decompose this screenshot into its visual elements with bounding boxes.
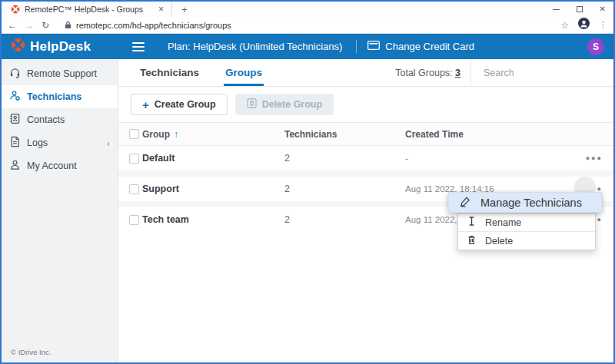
sidebar-item-technicians[interactable]: Technicians [2, 85, 118, 108]
row-gap [118, 170, 613, 177]
group-name: Default [142, 153, 284, 164]
tab-label: Groups [225, 67, 262, 78]
column-group[interactable]: Group↑ [142, 129, 284, 140]
browser-toolbar: ← → ↻ remotepc.com/hd-app/technicians/gr… [2, 17, 613, 34]
text-cursor-icon [467, 216, 477, 229]
sidebar-item-remote-support[interactable]: Remote Support [2, 62, 118, 85]
pen-icon [459, 195, 472, 210]
credit-card-icon [367, 41, 380, 52]
sidebar-item-my-account[interactable]: My Account [2, 154, 118, 177]
window-controls: ✕ [553, 2, 610, 17]
tab-technicians[interactable]: Technicians [140, 59, 199, 86]
browser-tab[interactable]: RemotePC™ HelpDesk - Groups × [2, 2, 172, 17]
url-text: remotepc.com/hd-app/technicians/groups [76, 21, 231, 30]
contacts-icon [9, 113, 21, 127]
window-restore-button[interactable] [577, 6, 583, 12]
search-box [471, 66, 613, 80]
new-tab-button[interactable]: + [181, 5, 188, 15]
table-row[interactable]: Default 2 - ●●● [118, 146, 613, 170]
total-groups: Total Groups: 3 [395, 68, 470, 78]
remotepc-favicon-icon [11, 5, 20, 14]
profile-avatar[interactable] [578, 18, 590, 32]
sort-ascending-icon: ↑ [174, 129, 178, 140]
context-menu: Rename Delete [457, 213, 596, 250]
row-checkbox[interactable] [129, 184, 139, 194]
header-divider [356, 40, 357, 54]
forward-icon[interactable]: → [25, 21, 34, 30]
row-menu-icon[interactable]: ●●● [566, 154, 603, 162]
create-group-label: Create Group [155, 99, 216, 110]
lock-icon [65, 18, 71, 32]
create-group-button[interactable]: + Create Group [131, 94, 228, 115]
select-all-checkbox[interactable] [129, 129, 139, 139]
helpdesk-logo: HelpDesk [11, 38, 120, 55]
reload-icon[interactable]: ↻ [42, 21, 49, 30]
sidebar-item-logs[interactable]: Logs › [2, 131, 118, 154]
tab-groups[interactable]: Groups [225, 59, 262, 86]
technicians-count: 2 [284, 214, 405, 225]
column-technicians[interactable]: Technicians [284, 129, 405, 140]
menu-item-label: Delete [485, 236, 513, 247]
browser-window: RemotePC™ HelpDesk - Groups × + ✕ ← → ↻ … [0, 0, 615, 364]
table-header: Group↑ Technicians Created Time [118, 122, 613, 146]
trash-icon [467, 234, 477, 247]
window-minimize-button[interactable] [553, 9, 560, 10]
app-body: Remote Support Technicians Contacts Logs [2, 59, 613, 362]
bookmark-star-icon[interactable]: ☆ [560, 20, 569, 31]
sidebar-item-label: Logs [27, 137, 48, 148]
created-time: - [405, 154, 566, 163]
technicians-count: 2 [284, 184, 405, 194]
menu-item-label: Manage Technicians [480, 197, 582, 209]
row-checkbox[interactable] [129, 154, 139, 164]
delete-group-icon [247, 98, 257, 111]
change-credit-card-button[interactable]: Change Credit Card [367, 41, 474, 52]
toolbar-right: ☆ ⋮ [560, 18, 607, 32]
delete-group-label: Delete Group [262, 99, 323, 110]
technicians-icon [9, 90, 21, 104]
actions-row: + Create Group Delete Group [118, 87, 613, 122]
tab-title: RemotePC™ HelpDesk - Groups [25, 5, 152, 14]
sidebar-item-contacts[interactable]: Contacts [2, 108, 118, 131]
app-header: HelpDesk Plan: HelpDesk (Unlimited Techn… [2, 34, 613, 59]
delete-group-button[interactable]: Delete Group [235, 94, 334, 115]
tab-close-icon[interactable]: × [157, 5, 165, 14]
group-name: Support [142, 184, 284, 194]
tabs-right: Total Groups: 3 [395, 59, 613, 86]
group-name: Tech team [142, 214, 284, 225]
search-input[interactable] [484, 68, 607, 78]
headset-icon [9, 67, 21, 81]
context-menu-item-manage-technicians[interactable]: Manage Technicians [448, 192, 602, 213]
sidebar: Remote Support Technicians Contacts Logs [2, 59, 118, 362]
row-checkbox[interactable] [129, 215, 139, 225]
sidebar-item-label: Technicians [27, 91, 81, 102]
copyright-text: © IDrive Inc. [11, 348, 51, 356]
sidebar-item-label: Remote Support [27, 68, 97, 79]
account-icon [9, 159, 21, 173]
plus-icon: + [142, 99, 149, 111]
context-menu-item-delete[interactable]: Delete [458, 232, 595, 250]
tab-strip: RemotePC™ HelpDesk - Groups × + ✕ [2, 2, 613, 17]
column-created-time[interactable]: Created Time [405, 129, 566, 140]
technicians-count: 2 [284, 153, 405, 164]
change-credit-card-label: Change Credit Card [385, 41, 474, 52]
back-icon[interactable]: ← [8, 21, 17, 30]
user-avatar[interactable]: S [587, 38, 604, 55]
hamburger-menu-icon[interactable] [132, 42, 145, 51]
chrome-menu-icon[interactable]: ⋮ [599, 20, 607, 30]
plan-label: Plan: HelpDesk (Unlimited Technicians) [168, 41, 342, 52]
menu-item-label: Rename [485, 217, 521, 228]
main-content: Technicians Groups Total Groups: 3 + [118, 59, 613, 362]
chevron-right-icon: › [107, 137, 110, 149]
total-groups-label: Total Groups: [395, 68, 452, 78]
sidebar-item-label: Contacts [27, 114, 65, 125]
tab-label: Technicians [140, 67, 199, 78]
logs-icon [9, 136, 21, 150]
sidebar-item-label: My Account [27, 160, 77, 171]
address-bar[interactable]: remotepc.com/hd-app/technicians/groups [57, 18, 553, 32]
context-menu-item-rename[interactable]: Rename [458, 213, 595, 231]
column-group-label: Group [142, 129, 170, 140]
brand-name: HelpDesk [30, 39, 91, 55]
window-close-button[interactable]: ✕ [600, 5, 606, 13]
total-groups-value: 3 [455, 68, 460, 78]
lifebuoy-logo-icon [11, 38, 25, 55]
